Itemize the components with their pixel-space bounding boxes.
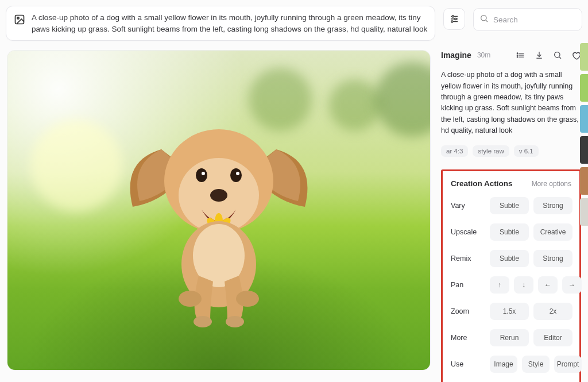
thumbnail[interactable] <box>580 167 588 195</box>
search-detail-icon[interactable] <box>552 50 563 60</box>
list-icon[interactable] <box>516 50 526 60</box>
param-chip[interactable]: style raw <box>473 145 509 157</box>
thumbnail[interactable] <box>580 198 588 226</box>
svg-point-21 <box>205 216 222 233</box>
search-icon <box>479 14 489 25</box>
row-label-use: Use <box>451 360 484 368</box>
settings-button[interactable] <box>443 8 465 30</box>
svg-line-9 <box>486 20 488 22</box>
thumbnail-strip[interactable] <box>580 43 588 382</box>
prompt-bar[interactable]: A close-up photo of a dog with a small y… <box>6 6 435 41</box>
vary-strong-button[interactable]: Strong <box>533 197 572 214</box>
use-style-button[interactable]: Style <box>522 356 550 373</box>
thumbnail[interactable] <box>580 74 588 102</box>
editor-button[interactable]: Editor <box>533 329 572 346</box>
svg-point-16 <box>210 189 227 202</box>
row-label-more: More <box>451 334 484 342</box>
svg-point-5 <box>455 18 457 20</box>
svg-point-13 <box>230 168 242 182</box>
pan-down-button[interactable]: ↓ <box>514 276 533 294</box>
download-icon[interactable] <box>534 50 544 60</box>
svg-point-19 <box>215 213 223 229</box>
param-chip[interactable]: v 6.1 <box>514 145 539 157</box>
rerun-button[interactable]: Rerun <box>490 329 529 346</box>
search-box[interactable] <box>473 8 582 31</box>
vary-subtle-button[interactable]: Subtle <box>490 197 529 214</box>
thumbnail[interactable] <box>580 136 588 164</box>
svg-line-38 <box>559 57 561 59</box>
job-time: 30m <box>477 51 490 59</box>
svg-point-34 <box>517 53 517 53</box>
svg-point-15 <box>236 172 239 175</box>
row-label-remix: Remix <box>451 254 484 263</box>
svg-point-3 <box>452 16 454 17</box>
svg-point-37 <box>555 52 560 57</box>
row-label-pan: Pan <box>451 281 484 289</box>
creation-actions-panel: Creation Actions More options Vary Subtl… <box>441 169 581 382</box>
svg-point-14 <box>202 172 205 175</box>
zoom-15x-button[interactable]: 1.5x <box>490 303 529 320</box>
prompt-description: A close-up photo of a dog with a small y… <box>441 70 581 136</box>
svg-point-20 <box>216 216 233 233</box>
svg-point-10 <box>164 129 273 233</box>
pan-right-button[interactable]: → <box>562 276 582 294</box>
search-input[interactable] <box>493 16 576 24</box>
remix-strong-button[interactable]: Strong <box>533 250 572 267</box>
more-options-link[interactable]: More options <box>532 180 571 188</box>
pan-up-button[interactable]: ↑ <box>490 276 509 294</box>
pan-left-button[interactable]: ← <box>538 276 558 294</box>
svg-point-12 <box>196 168 207 182</box>
use-image-button[interactable]: Image <box>490 356 517 373</box>
generated-image[interactable]: ✕ <box>7 50 431 371</box>
svg-point-35 <box>517 55 517 55</box>
row-label-zoom: Zoom <box>451 307 484 315</box>
svg-point-36 <box>517 57 517 57</box>
thumbnail[interactable] <box>580 43 588 71</box>
svg-point-23 <box>206 226 223 237</box>
upscale-subtle-button[interactable]: Subtle <box>490 223 529 241</box>
svg-point-18 <box>211 239 220 244</box>
svg-point-8 <box>481 16 486 21</box>
upscale-creative-button[interactable]: Creative <box>533 223 572 241</box>
zoom-2x-button[interactable]: 2x <box>533 303 572 320</box>
job-title: Imagine <box>441 51 471 60</box>
panel-heading: Creation Actions <box>451 179 513 188</box>
remix-subtle-button[interactable]: Subtle <box>490 250 529 267</box>
row-label-upscale: Upscale <box>451 228 484 236</box>
svg-point-11 <box>179 158 259 233</box>
image-icon <box>13 13 26 26</box>
param-chip[interactable]: ar 4:3 <box>441 145 468 157</box>
svg-point-1 <box>17 17 19 19</box>
row-label-vary: Vary <box>451 202 484 210</box>
prompt-text: A close-up photo of a dog with a small y… <box>32 12 428 34</box>
use-prompt-button[interactable]: Prompt <box>554 356 582 373</box>
svg-point-7 <box>451 21 453 22</box>
thumbnail[interactable] <box>580 105 588 133</box>
image-content <box>7 51 430 370</box>
svg-point-22 <box>215 226 232 237</box>
svg-point-24 <box>215 223 223 231</box>
